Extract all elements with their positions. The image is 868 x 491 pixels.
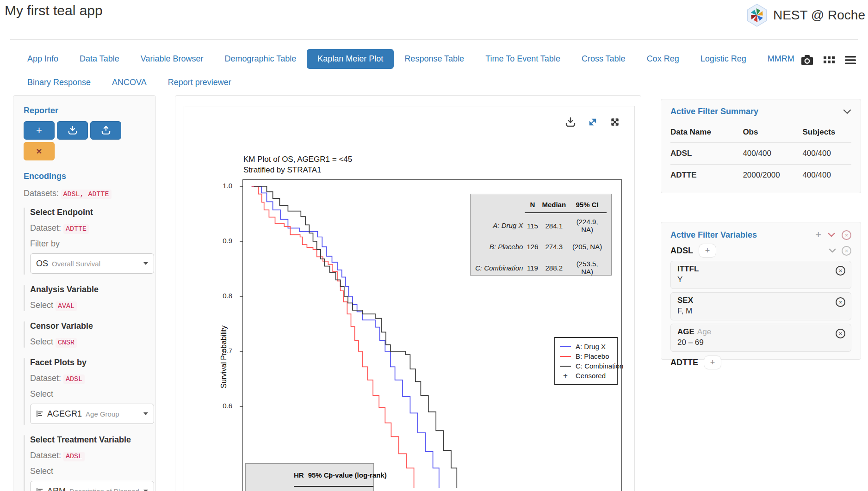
tab-kaplan-meier-plot[interactable]: Kaplan Meier Plot bbox=[307, 49, 394, 69]
facet-select[interactable]: AGEGR1 Age Group bbox=[30, 404, 154, 424]
plot-download-icon[interactable] bbox=[565, 117, 576, 128]
stats-median: 284.1 bbox=[540, 213, 568, 238]
remove-filter-icon[interactable]: × bbox=[836, 329, 845, 338]
datasets-value: ADSL, ADTTE bbox=[61, 190, 112, 199]
stats-header-ci: 95% CI bbox=[568, 199, 607, 213]
nav-icons bbox=[801, 55, 856, 66]
tab-binary-response[interactable]: Binary Response bbox=[17, 73, 101, 92]
tab-time-to-event-table[interactable]: Time To Event Table bbox=[475, 49, 571, 69]
reporter-reset-button[interactable]: × bbox=[24, 142, 55, 160]
reporter-upload-button[interactable] bbox=[90, 121, 121, 140]
plot-resize-icon[interactable] bbox=[587, 117, 598, 128]
chevron-down-icon[interactable] bbox=[829, 248, 836, 253]
datasets-label: Datasets: bbox=[24, 189, 59, 198]
stats-n: 126 bbox=[525, 238, 540, 255]
nest-logo-icon bbox=[746, 4, 768, 27]
tab-app-info[interactable]: App Info bbox=[17, 49, 69, 69]
dataset-value: ADSL bbox=[63, 452, 85, 461]
y-tick-label: 0.8 bbox=[203, 292, 232, 300]
filter-card-ittfl: ITTFL Y × bbox=[670, 261, 851, 289]
plus-icon: + bbox=[36, 124, 42, 136]
tab-variable-browser[interactable]: Variable Browser bbox=[130, 49, 214, 69]
legend-label: A: Drug X bbox=[576, 343, 606, 350]
tab-response-table[interactable]: Response Table bbox=[394, 49, 475, 69]
endpoint-select[interactable]: OS Overall Survival bbox=[30, 253, 154, 274]
filter-variables-heading: Active Filter Variables bbox=[670, 230, 815, 240]
y-tick-label: 1.0 bbox=[203, 182, 232, 190]
plot-title: KM Plot of OS, AGEGR1 = <45 bbox=[243, 154, 352, 165]
tab-logistic-reg[interactable]: Logistic Reg bbox=[690, 49, 757, 69]
summary-dataset: ADTTE bbox=[670, 165, 743, 186]
y-tick-label: 0.7 bbox=[203, 347, 232, 355]
brand-text: NEST @ Roche bbox=[773, 8, 865, 23]
remove-filter-icon[interactable]: × bbox=[836, 266, 845, 276]
km-curve-c-combination bbox=[254, 186, 457, 488]
reporter-add-card-button[interactable]: + bbox=[24, 121, 55, 140]
chevron-down-icon[interactable] bbox=[828, 233, 835, 237]
tab-mmrm[interactable]: MMRM bbox=[757, 49, 805, 69]
section-select-endpoint: Select Endpoint Dataset: ADTTE Filter by… bbox=[24, 207, 145, 276]
hr-table: HR 95% CI p-value (log-rank) bbox=[245, 463, 374, 491]
select-label: Select bbox=[30, 466, 145, 476]
reporter-download-button[interactable] bbox=[57, 121, 88, 140]
filter-variable: AGE bbox=[677, 327, 694, 336]
plus-icon: + bbox=[705, 246, 710, 256]
hr-table-rule bbox=[294, 486, 373, 487]
tab-report-previewer[interactable]: Report previewer bbox=[157, 73, 242, 92]
stats-row: B: Placebo 126 274.3 (205, NA) bbox=[473, 238, 607, 255]
close-icon: × bbox=[839, 331, 843, 337]
dataset-value: ADTTE bbox=[63, 224, 89, 234]
stats-header-blank bbox=[473, 199, 525, 213]
dataset-line: Dataset: ADSL bbox=[30, 451, 145, 460]
treatment-select[interactable]: ARM Description of Planned Arm bbox=[30, 481, 154, 491]
chevron-down-icon[interactable] bbox=[843, 109, 851, 114]
plot-subtitle: Stratified by STRATA1 bbox=[243, 165, 352, 176]
remove-adsl-filters-icon[interactable]: × bbox=[842, 246, 851, 256]
dataset-line: Dataset: ADTTE bbox=[30, 223, 145, 233]
filter-summary-heading: Active Filter Summary bbox=[670, 107, 843, 117]
plot-expand-icon[interactable] bbox=[609, 117, 620, 128]
add-filter-icon[interactable]: + bbox=[815, 230, 821, 240]
download-icon bbox=[68, 126, 78, 135]
legend-line-swatch bbox=[560, 356, 571, 357]
stats-group: B: Placebo bbox=[473, 238, 525, 255]
dataset-group-adsl: ADSL + × bbox=[670, 244, 851, 258]
section-censor-variable: Censor Variable Select CNSR bbox=[24, 320, 145, 349]
legend-line-swatch bbox=[560, 366, 571, 367]
stats-header-median: Median bbox=[540, 199, 568, 213]
close-icon: × bbox=[845, 232, 849, 238]
menu-bars-icon[interactable] bbox=[845, 55, 856, 65]
grid-cells-icon[interactable] bbox=[824, 55, 835, 65]
stats-ci: (253.5, NA) bbox=[568, 255, 607, 280]
y-axis-label: Survival Probability bbox=[220, 325, 228, 388]
tab-cox-reg[interactable]: Cox Reg bbox=[636, 49, 690, 69]
page-title: My first teal app bbox=[5, 3, 103, 18]
stats-n: 119 bbox=[525, 255, 540, 280]
tab-row-primary: App InfoData TableVariable BrowserDemogr… bbox=[17, 49, 805, 69]
stats-header-n: N bbox=[525, 199, 540, 213]
remove-all-filters-icon[interactable]: × bbox=[842, 230, 851, 240]
dataset-label: Dataset: bbox=[30, 223, 61, 233]
filter-variable-label: Age bbox=[697, 327, 711, 336]
header-divider bbox=[10, 39, 858, 40]
hr-col: 95% CI bbox=[308, 471, 331, 479]
tab-data-table[interactable]: Data Table bbox=[69, 49, 130, 69]
screenshot-camera-icon[interactable] bbox=[801, 55, 813, 66]
remove-filter-icon[interactable]: × bbox=[836, 297, 845, 307]
tab-cross-table[interactable]: Cross Table bbox=[571, 49, 636, 69]
km-curve-a-drug-x bbox=[252, 186, 439, 488]
add-adtte-filter-button[interactable]: + bbox=[704, 356, 721, 369]
stats-median: 274.3 bbox=[540, 238, 568, 255]
summary-obs: 2000/2000 bbox=[743, 165, 802, 186]
select-label: Select bbox=[30, 337, 53, 346]
section-title: Facet Plots by bbox=[30, 358, 145, 368]
censored-plus-icon: + bbox=[560, 371, 571, 381]
stats-row: C: Combination 119 288.2 (253.5, NA) bbox=[473, 255, 607, 280]
select-line: Select CNSR bbox=[30, 337, 145, 347]
add-adsl-filter-button[interactable]: + bbox=[699, 244, 716, 258]
active-filter-variables-panel: Active Filter Variables + × ADSL + × ITT… bbox=[661, 222, 861, 360]
dataset-name: ADTTE bbox=[670, 358, 698, 368]
tab-ancova[interactable]: ANCOVA bbox=[101, 73, 157, 92]
tab-demographic-table[interactable]: Demographic Table bbox=[214, 49, 307, 69]
legend-item: A: Drug X bbox=[560, 342, 617, 351]
